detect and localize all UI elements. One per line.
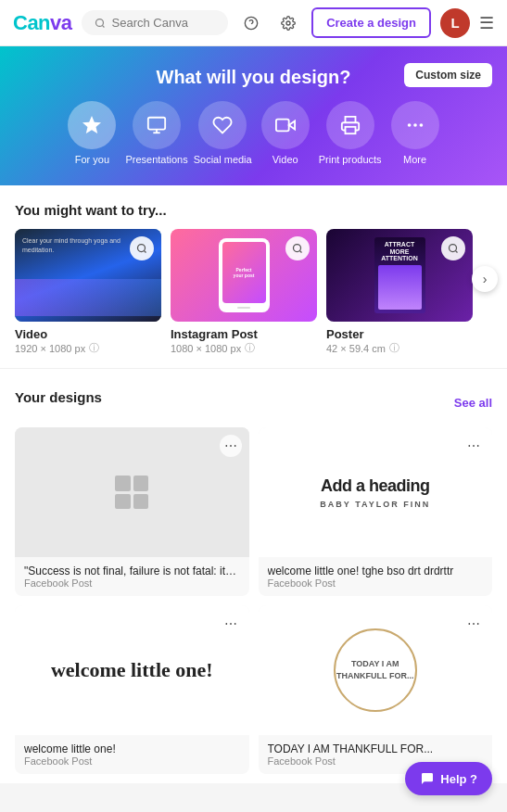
- svg-point-12: [407, 123, 411, 127]
- design-card-2-menu[interactable]: ⋯: [463, 435, 485, 457]
- design-card-1-title: "Success is not final, failure is not fa…: [24, 565, 237, 577]
- avatar[interactable]: L: [440, 8, 470, 38]
- design-card-3-info: welcome little one! Facebook Post: [15, 735, 249, 774]
- designs-header: Your designs See all: [15, 389, 492, 416]
- for-you-icon: [68, 101, 116, 149]
- design-type-more[interactable]: More: [387, 101, 443, 165]
- try-card-video[interactable]: Clear your mind through yoga and meditat…: [15, 229, 161, 355]
- welcome-thumb: welcome little one!: [15, 605, 249, 735]
- designs-section: Your designs See all ⋯: [0, 373, 507, 783]
- search-input[interactable]: [112, 16, 216, 30]
- designs-section-title: Your designs: [15, 389, 102, 405]
- svg-line-20: [455, 250, 457, 252]
- try-card-instagram[interactable]: Perfectyour post Instagram Post: [171, 229, 317, 355]
- help-button[interactable]: Help ?: [405, 762, 492, 795]
- try-card-instagram-thumb: Perfectyour post: [171, 229, 317, 322]
- design-card-3-title: welcome little one!: [24, 742, 237, 755]
- try-card-poster-sub: 42 × 59.4 cm ⓘ: [326, 341, 473, 355]
- print-products-icon: [326, 101, 374, 149]
- svg-point-17: [294, 245, 301, 252]
- insta-phone-screen: Perfectyour post: [222, 242, 266, 303]
- svg-line-18: [299, 250, 301, 252]
- design-card-3[interactable]: welcome little one! ⋯ welcome little one…: [15, 605, 249, 774]
- grateful-text: TODAY I AM THANKFULL FOR...: [336, 658, 415, 681]
- help-button-label: Help ?: [440, 772, 477, 786]
- main-content: You might want to try... Clear your mind…: [0, 185, 507, 783]
- design-type-video[interactable]: Video: [258, 101, 313, 165]
- presentations-label: Presentations: [125, 154, 187, 165]
- video-label: Video: [273, 154, 298, 165]
- try-card-video-thumb: Clear your mind through yoga and meditat…: [15, 229, 161, 322]
- header: Canva Create a design L ☰: [0, 0, 507, 46]
- grid-icon: [115, 476, 148, 509]
- custom-size-button[interactable]: Custom size: [404, 63, 492, 87]
- insta-phone-mockup: Perfectyour post: [219, 238, 270, 312]
- section-divider: [0, 368, 507, 369]
- settings-icon-button[interactable]: [274, 9, 302, 37]
- design-type-for-you[interactable]: For you: [64, 101, 120, 165]
- try-card-instagram-sub: 1080 × 1080 px ⓘ: [171, 341, 317, 355]
- design-card-2-info: welcome little one! tghe bso drt drdrttr…: [259, 557, 493, 596]
- video-info-icon[interactable]: ⓘ: [89, 341, 99, 355]
- svg-point-14: [419, 123, 423, 127]
- try-section-title: You might want to try...: [15, 202, 492, 218]
- design-card-1[interactable]: ⋯ "Success is not final, failure is not …: [15, 427, 249, 596]
- for-you-label: For you: [75, 154, 109, 165]
- design-card-4-menu[interactable]: ⋯: [463, 613, 485, 635]
- svg-rect-6: [148, 118, 165, 130]
- poster-info-icon[interactable]: ⓘ: [389, 341, 399, 355]
- design-card-2[interactable]: Add a heading BABY TAYLOR FINN ⋯ welcome…: [259, 427, 493, 596]
- design-type-social-media[interactable]: Social media: [194, 101, 252, 165]
- try-cards-row: Clear your mind through yoga and meditat…: [15, 229, 492, 355]
- design-card-3-thumb: welcome little one! ⋯: [15, 605, 249, 735]
- design-card-1-menu[interactable]: ⋯: [220, 435, 242, 457]
- try-cards-next-arrow[interactable]: ›: [472, 266, 498, 292]
- svg-marker-9: [288, 121, 294, 129]
- canva-logo[interactable]: Canva: [13, 11, 72, 35]
- insta-phone-text: Perfectyour post: [234, 267, 255, 278]
- design-card-1-type: Facebook Post: [24, 577, 240, 589]
- design-card-4[interactable]: TODAY I AM THANKFULL FOR... ⋯ TODAY I AM…: [259, 605, 493, 774]
- hamburger-menu[interactable]: ☰: [479, 13, 494, 33]
- design-type-print-products[interactable]: Print products: [319, 101, 382, 165]
- try-card-poster[interactable]: ATTRACTMOREATTENTION Poster 42 × 59.4: [326, 229, 473, 355]
- design-card-3-menu[interactable]: ⋯: [220, 613, 242, 635]
- svg-point-13: [413, 123, 417, 127]
- svg-point-15: [138, 245, 146, 252]
- try-card-poster-thumb: ATTRACTMOREATTENTION: [326, 229, 473, 322]
- design-card-1-thumb: ⋯: [15, 427, 249, 557]
- instagram-search-overlay[interactable]: [285, 236, 310, 260]
- help-icon-button[interactable]: [237, 9, 265, 37]
- instagram-info-icon[interactable]: ⓘ: [245, 341, 255, 355]
- design-card-2-title: welcome little one! tghe bso drt drdrttr: [268, 565, 481, 577]
- social-media-icon: [198, 101, 247, 149]
- heading-main-text: Add a heading: [321, 476, 430, 496]
- welcome-text: welcome little one!: [51, 659, 213, 681]
- svg-rect-11: [345, 127, 355, 133]
- design-card-2-thumb: Add a heading BABY TAYLOR FINN ⋯: [259, 427, 493, 557]
- more-label: More: [403, 154, 426, 165]
- search-bar[interactable]: [82, 10, 229, 35]
- poster-inner: ATTRACTMOREATTENTION: [374, 237, 425, 313]
- design-type-presentations[interactable]: Presentations: [125, 101, 187, 165]
- video-search-overlay[interactable]: [130, 236, 154, 260]
- poster-search-overlay[interactable]: [441, 236, 465, 260]
- svg-line-1: [102, 25, 104, 27]
- poster-img-area: [378, 265, 422, 310]
- more-icon: [391, 101, 439, 149]
- poster-text: ATTRACTMOREATTENTION: [381, 241, 418, 262]
- see-all-button[interactable]: See all: [454, 396, 492, 410]
- social-media-label: Social media: [194, 154, 252, 165]
- designs-grid: ⋯ "Success is not final, failure is not …: [15, 427, 492, 774]
- grid-icon-thumb: [15, 427, 249, 557]
- try-cards-wrapper: Clear your mind through yoga and meditat…: [15, 229, 492, 355]
- create-design-button[interactable]: Create a design: [311, 7, 431, 38]
- design-types-row: For you Presentations Social media: [19, 101, 488, 176]
- design-card-4-thumb: TODAY I AM THANKFULL FOR... ⋯: [259, 605, 493, 735]
- svg-line-16: [144, 250, 146, 252]
- print-products-label: Print products: [319, 154, 382, 165]
- svg-point-0: [95, 19, 103, 26]
- svg-rect-10: [276, 120, 289, 132]
- svg-point-19: [450, 245, 457, 252]
- design-card-1-info: "Success is not final, failure is not fa…: [15, 557, 249, 596]
